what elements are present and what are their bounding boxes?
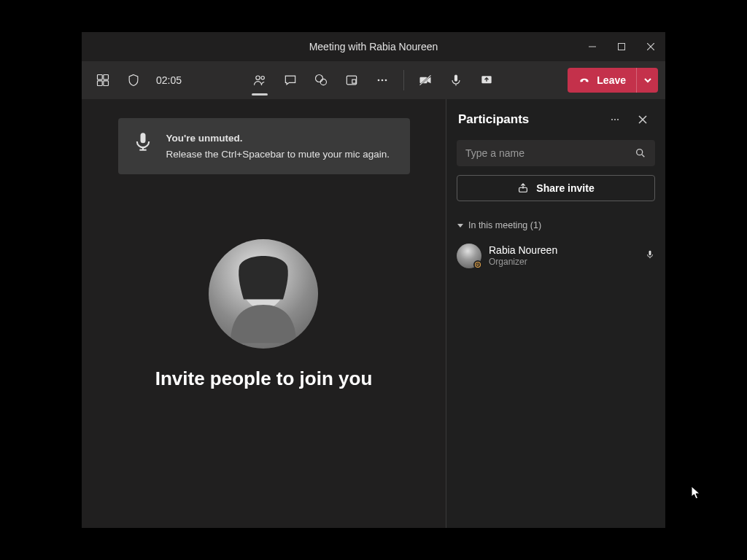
leave-button[interactable]: Leave (568, 68, 636, 93)
participants-panel: Participants Share invite (446, 99, 665, 528)
toast-body: You're unmuted. Release the Ctrl+Spaceba… (166, 131, 395, 161)
leave-dropdown-button[interactable] (636, 68, 658, 93)
toast-title: You're unmuted. (166, 131, 395, 146)
share-invite-label: Share invite (536, 182, 594, 194)
panel-more-button[interactable] (604, 109, 626, 131)
panel-close-button[interactable] (632, 109, 654, 131)
window-controls (578, 32, 665, 61)
participant-mic-icon (645, 249, 655, 262)
panel-content: Share invite In this meeting (1) Rabia N… (446, 140, 665, 273)
mouse-cursor (691, 486, 701, 500)
svg-line-36 (642, 155, 644, 157)
mic-button[interactable] (442, 66, 470, 94)
search-icon (635, 147, 646, 159)
participant-name: Rabia Noureen (489, 244, 638, 257)
participants-button[interactable] (246, 66, 274, 94)
svg-rect-13 (352, 79, 356, 83)
share-icon (517, 182, 529, 194)
svg-point-35 (637, 149, 643, 155)
panel-header: Participants (446, 99, 665, 140)
close-icon (637, 114, 649, 125)
svg-rect-1 (619, 44, 625, 50)
participant-avatar (457, 244, 481, 268)
shield-icon[interactable] (120, 66, 147, 94)
titlebar: Meeting with Rabia Noureen (82, 32, 665, 61)
close-button[interactable] (636, 32, 665, 61)
reactions-button[interactable] (307, 66, 335, 94)
leave-label: Leave (597, 74, 626, 86)
svg-point-32 (617, 119, 619, 120)
svg-rect-6 (98, 81, 103, 86)
svg-point-9 (261, 77, 264, 79)
gallery-view-button[interactable] (89, 66, 117, 94)
svg-rect-7 (104, 81, 109, 86)
chevron-down-icon (643, 76, 652, 85)
self-avatar (209, 239, 318, 349)
svg-point-31 (614, 119, 616, 120)
caret-down-icon (457, 222, 464, 229)
section-header[interactable]: In this meeting (1) (457, 220, 655, 230)
more-actions-button[interactable] (368, 66, 396, 94)
svg-point-15 (382, 79, 384, 82)
svg-rect-4 (98, 75, 103, 80)
section-label: In this meeting (1) (468, 220, 541, 230)
unmute-toast: You're unmuted. Release the Ctrl+Spaceba… (118, 118, 410, 174)
svg-marker-38 (457, 224, 463, 228)
svg-point-8 (256, 76, 260, 79)
search-input[interactable] (465, 147, 635, 159)
mic-icon (133, 131, 153, 155)
minimize-button[interactable] (578, 32, 607, 61)
meeting-toolbar: 02:05 Leave (82, 61, 665, 99)
svg-point-10 (316, 75, 323, 82)
share-screen-button[interactable] (473, 66, 500, 94)
participant-role: Organizer (489, 257, 638, 268)
meeting-window: Meeting with Rabia Noureen 02:05 (82, 32, 665, 528)
svg-point-30 (611, 119, 613, 120)
svg-rect-40 (649, 251, 651, 255)
leave-group: Leave (568, 68, 658, 93)
svg-point-11 (320, 79, 326, 85)
camera-button[interactable] (411, 66, 439, 94)
clock-icon (476, 262, 480, 267)
share-invite-button[interactable]: Share invite (457, 175, 655, 201)
participant-row[interactable]: Rabia Noureen Organizer (457, 239, 655, 273)
participant-search[interactable] (457, 140, 655, 166)
maximize-button[interactable] (607, 32, 636, 61)
chat-button[interactable] (276, 66, 304, 94)
participant-info: Rabia Noureen Organizer (489, 244, 638, 268)
meeting-timer: 02:05 (150, 74, 187, 86)
svg-point-14 (378, 79, 380, 82)
toast-text: Release the Ctrl+Spacebar to mute your m… (166, 149, 390, 160)
window-title: Meeting with Rabia Noureen (309, 41, 438, 52)
presence-badge (473, 260, 482, 269)
svg-rect-23 (140, 133, 145, 143)
svg-rect-20 (454, 75, 457, 82)
meeting-body: You're unmuted. Release the Ctrl+Spaceba… (82, 99, 665, 528)
toolbar-divider (403, 70, 404, 90)
panel-title: Participants (458, 112, 598, 127)
rooms-button[interactable] (338, 66, 365, 94)
stage-center: Invite people to join you (155, 174, 373, 528)
avatar-placeholder-icon (209, 239, 318, 349)
svg-point-16 (385, 79, 387, 82)
invite-heading: Invite people to join you (155, 368, 373, 390)
svg-rect-5 (104, 75, 109, 80)
meeting-stage: You're unmuted. Release the Ctrl+Spaceba… (82, 99, 446, 528)
hangup-icon (578, 74, 591, 87)
